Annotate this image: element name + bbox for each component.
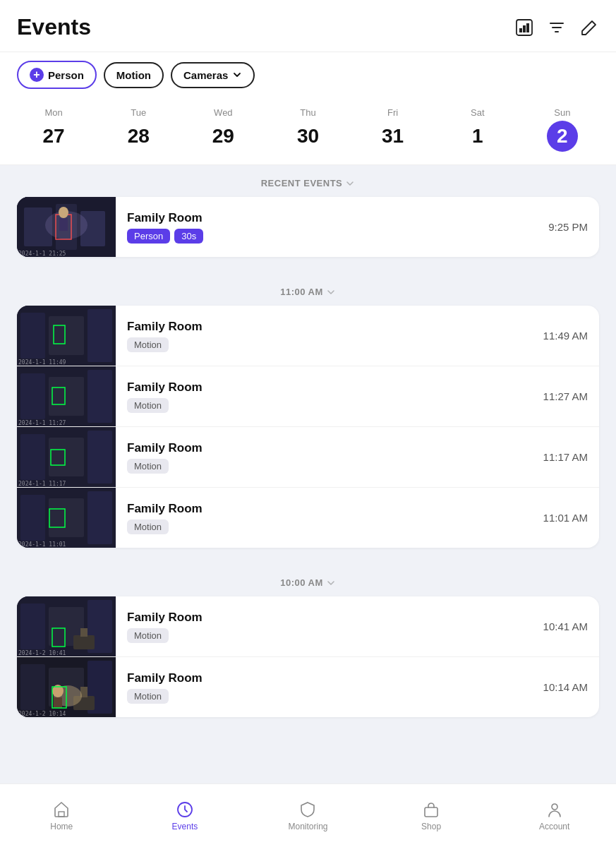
event-time: 11:27 AM — [543, 390, 599, 402]
edit-icon[interactable] — [579, 18, 599, 37]
event-time: 10:14 AM — [543, 681, 599, 693]
header-actions — [514, 18, 599, 37]
event-tags: Motion — [127, 519, 532, 534]
event-location: Family Room — [127, 611, 532, 625]
filter-row: + Person Motion Cameras — [0, 52, 616, 100]
event-time: 11:49 AM — [543, 330, 599, 342]
svg-text:2024-1-1 11:49: 2024-1-1 11:49 — [18, 359, 66, 366]
event-time: 9:25 PM — [548, 221, 599, 233]
section-chevron-icon — [345, 179, 355, 188]
event-row[interactable]: 2024-1-1 21:25 Family Room Person 30s 9:… — [17, 197, 599, 257]
person-filter[interactable]: + Person — [17, 61, 97, 89]
person-tag: Person — [127, 229, 170, 244]
event-location: Family Room — [127, 320, 532, 334]
events-group-10am: 2024-1-2 10:41 Family Room Motion 10:41 … — [17, 596, 599, 717]
section-chevron-icon-3 — [326, 578, 336, 588]
event-location: Family Room — [127, 671, 532, 685]
svg-rect-38 — [20, 603, 45, 649]
event-location: Family Room — [127, 502, 532, 516]
plus-icon: + — [30, 68, 44, 82]
svg-rect-42 — [80, 628, 87, 637]
event-info: Family Room Motion — [116, 431, 543, 483]
thumbnail-image: 2024-1-2 10:14 — [17, 657, 116, 717]
svg-rect-32 — [20, 495, 45, 541]
event-row[interactable]: 2024-1-1 11:27 Family Room Motion 11:27 … — [17, 366, 599, 427]
person-filter-label: Person — [48, 69, 84, 81]
svg-rect-21 — [49, 377, 84, 416]
svg-rect-56 — [59, 812, 64, 817]
chevron-down-icon — [232, 70, 242, 80]
account-icon — [545, 800, 564, 819]
section-chevron-icon-2 — [326, 287, 336, 297]
nav-monitoring[interactable]: Monitoring — [279, 800, 336, 831]
event-row[interactable]: 2024-1-1 11:01 Family Room Motion 11:01 … — [17, 488, 599, 548]
calendar-day-sun[interactable]: Sun 2 — [534, 107, 591, 152]
calendar-day-sat[interactable]: Sat 1 — [449, 107, 506, 152]
calendar-day-tue[interactable]: Tue 28 — [110, 107, 167, 152]
event-info: Family Room Motion — [116, 371, 543, 423]
calendar-day-mon[interactable]: Mon 27 — [25, 107, 82, 152]
nav-account[interactable]: Account — [526, 800, 583, 831]
nav-events[interactable]: Events — [157, 800, 213, 831]
event-tags: Person 30s — [127, 229, 537, 244]
nav-shop-label: Shop — [421, 822, 441, 831]
bag-icon — [422, 800, 440, 819]
chart-icon[interactable] — [514, 18, 534, 37]
cameras-filter-label: Cameras — [183, 69, 228, 81]
motion-tag: Motion — [127, 337, 169, 352]
svg-rect-53 — [54, 697, 62, 708]
motion-tag: Motion — [127, 398, 169, 413]
motion-tag: Motion — [127, 459, 169, 474]
section-11am-header: 11:00 AM — [17, 274, 599, 306]
filter-icon[interactable] — [547, 18, 567, 37]
event-thumbnail: 2024-1-2 10:14 — [17, 657, 116, 717]
section-recent-events-header: RECENT EVENTS — [17, 165, 599, 197]
home-icon — [52, 800, 71, 819]
event-location: Family Room — [127, 211, 537, 225]
svg-rect-46 — [20, 664, 45, 710]
section-10am-header: 10:00 AM — [17, 565, 599, 596]
event-row[interactable]: 2024-1-2 10:41 Family Room Motion 10:41 … — [17, 596, 599, 657]
calendar-day-fri[interactable]: Fri 31 — [365, 107, 421, 152]
event-row[interactable]: 2024-1-1 11:49 Family Room Motion 11:49 … — [17, 306, 599, 366]
event-info: Family Room Motion — [116, 661, 543, 714]
event-info: Family Room Motion — [116, 310, 543, 362]
svg-rect-28 — [87, 431, 112, 483]
svg-rect-26 — [20, 434, 45, 480]
svg-rect-22 — [87, 370, 112, 423]
event-row[interactable]: 2024-1-1 11:17 Family Room Motion 11:17 … — [17, 427, 599, 488]
thumbnail-image: 2024-1-1 11:01 — [17, 488, 116, 548]
svg-rect-41 — [73, 635, 95, 649]
calendar-day-thu[interactable]: Thu 30 — [279, 107, 336, 152]
motion-tag: Motion — [127, 519, 169, 534]
bottom-navigation: Home Events Monitoring Shop — [0, 783, 616, 847]
svg-rect-2 — [523, 25, 526, 32]
svg-rect-33 — [49, 498, 84, 537]
svg-rect-16 — [87, 309, 112, 362]
event-location: Family Room — [127, 380, 532, 395]
event-thumbnail: 2024-1-1 11:01 — [17, 488, 116, 548]
event-tags: Motion — [127, 628, 532, 643]
calendar-day-wed[interactable]: Wed 29 — [195, 107, 251, 152]
event-tags: Motion — [127, 689, 532, 704]
event-row[interactable]: 2024-1-2 10:14 Family Room Motion 10:14 … — [17, 657, 599, 717]
nav-home[interactable]: Home — [33, 800, 90, 831]
events-group-recent: 2024-1-1 21:25 Family Room Person 30s 9:… — [17, 197, 599, 257]
motion-tag: Motion — [127, 689, 169, 704]
cameras-filter[interactable]: Cameras — [171, 62, 255, 88]
svg-rect-11 — [59, 218, 68, 231]
thumbnail-image: 2024-1-1 21:25 — [17, 197, 116, 257]
svg-text:2024-1-1 11:27: 2024-1-1 11:27 — [18, 420, 66, 426]
svg-text:2024-1-1 11:17: 2024-1-1 11:17 — [18, 481, 66, 487]
svg-rect-27 — [49, 438, 84, 476]
svg-rect-34 — [87, 491, 112, 544]
svg-text:2024-1-1 21:25: 2024-1-1 21:25 — [18, 251, 66, 257]
nav-shop[interactable]: Shop — [403, 800, 459, 831]
event-info: Family Room Motion — [116, 492, 543, 544]
motion-filter[interactable]: Motion — [104, 62, 164, 88]
event-thumbnail: 2024-1-1 11:17 — [17, 427, 116, 487]
event-thumbnail: 2024-1-1 11:49 — [17, 306, 116, 366]
svg-text:2024-1-2 10:14: 2024-1-2 10:14 — [18, 711, 66, 717]
events-group-11am: 2024-1-1 11:49 Family Room Motion 11:49 … — [17, 306, 599, 548]
thumbnail-image: 2024-1-1 11:49 — [17, 306, 116, 366]
